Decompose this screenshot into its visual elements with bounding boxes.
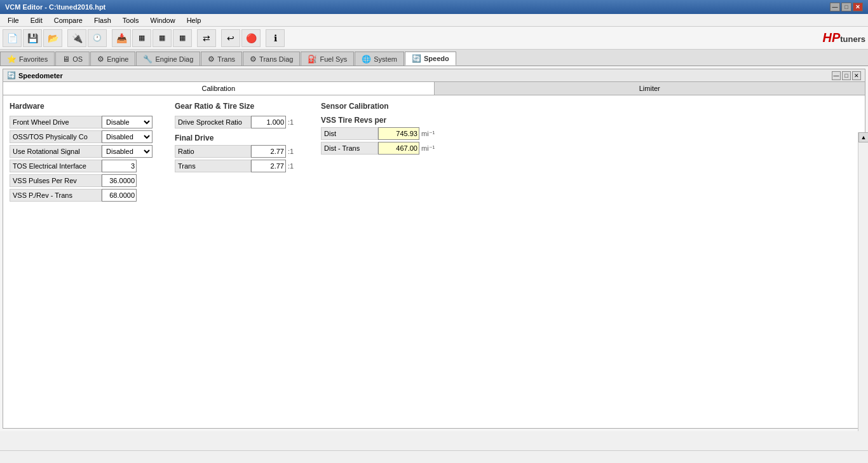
final-trans-label: Trans (175, 160, 251, 172)
tos-input[interactable] (102, 160, 137, 172)
speedo-title-controls: — □ ✕ (832, 71, 861, 80)
fuel-sys-icon: ⛽ (308, 55, 317, 64)
speedo-title-icon: 🔄 (7, 71, 16, 79)
speedo-icon: 🔄 (412, 54, 421, 63)
undo-button[interactable]: ↩ (221, 29, 240, 47)
oss-select[interactable]: Disabled Enabled (102, 130, 153, 143)
final-trans-row: Trans :1 (175, 160, 302, 172)
final-ratio-unit: :1 (288, 148, 294, 155)
rot-label: Use Rotational Signal (10, 145, 102, 158)
minimize-button[interactable]: — (830, 3, 840, 11)
fwd-label: Front Wheel Drive (10, 116, 102, 128)
menu-tools[interactable]: Tools (118, 15, 144, 25)
vss-revs-header: VSS Tire Revs per (321, 116, 448, 125)
trans-icon: ⚙ (208, 55, 215, 64)
plugin1-button[interactable]: 🔌 (67, 29, 86, 47)
menu-file[interactable]: File (3, 15, 24, 25)
import-button[interactable]: 📥 (112, 29, 131, 47)
vss-trans-input[interactable] (102, 189, 137, 202)
tab-favorites[interactable]: ⭐ Favorites (0, 52, 55, 66)
sensor-section: Sensor Calibration VSS Tire Revs per Dis… (321, 102, 448, 204)
drive-sprocket-row: Drive Sprocket Ratio :1 (175, 116, 302, 128)
sensor-calibration-header: Sensor Calibration (321, 102, 448, 111)
final-trans-unit: :1 (288, 162, 294, 170)
drive-sprocket-input[interactable] (251, 116, 286, 128)
rot-value: Disabled Enabled (102, 145, 153, 158)
final-ratio-label: Ratio (175, 145, 251, 158)
fwd-value: Disable Enable (102, 116, 153, 128)
hardware-section: Hardware Front Wheel Drive Disable Enabl… (10, 102, 156, 204)
trans-diag-icon: ⚙ (250, 55, 257, 64)
speedo-close-button[interactable]: ✕ (852, 71, 861, 80)
tab-trans-diag[interactable]: ⚙ Trans Diag (243, 52, 300, 66)
tab-fuel-sys[interactable]: ⛽ Fuel Sys (301, 52, 354, 66)
hw-row-fwd: Front Wheel Drive Disable Enable (10, 116, 156, 128)
hardware-header: Hardware (10, 102, 156, 111)
menu-flash[interactable]: Flash (89, 15, 116, 25)
sensor-dist-trans-value: 467.00 (378, 142, 419, 155)
final-ratio-input[interactable] (251, 145, 286, 158)
vss-trans-value (102, 189, 137, 202)
tab-bar: ⭐ Favorites 🖥 OS ⚙ Engine 🔧 Engine Diag … (0, 50, 868, 66)
sub-tab-bar: Calibration Limiter (3, 82, 865, 95)
vss-trans-label: VSS P./Rev - Trans (10, 189, 102, 202)
hw-row-rot: Use Rotational Signal Disabled Enabled (10, 145, 156, 158)
maximize-button[interactable]: □ (841, 3, 851, 11)
final-drive-header: Final Drive (175, 134, 302, 142)
info-button[interactable]: ℹ (266, 29, 285, 47)
speedo-restore-button[interactable]: □ (842, 71, 851, 80)
subtab-limiter[interactable]: Limiter (435, 82, 865, 95)
tab-engine[interactable]: ⚙ Engine (90, 52, 135, 66)
hw-row-tos: TOS Electrical Interface (10, 160, 156, 172)
calibration-content: Hardware Front Wheel Drive Disable Enabl… (3, 95, 865, 210)
speedo-minimize-button[interactable]: — (832, 71, 841, 80)
favorites-icon: ⭐ (7, 55, 17, 64)
sensor-dist-trans-unit: mi⁻¹ (421, 144, 435, 153)
tab-os[interactable]: 🖥 OS (55, 52, 90, 66)
save-button[interactable]: 💾 (23, 29, 42, 47)
menu-window[interactable]: Window (146, 15, 180, 25)
redo-button[interactable]: 🔴 (241, 29, 261, 47)
table3-button[interactable]: ▦ (173, 29, 192, 47)
hp-tuners-logo: HPtuners (822, 31, 865, 45)
scrollbar[interactable]: ▲ ▼ (858, 132, 868, 431)
new-button[interactable]: 📄 (3, 29, 22, 47)
vss-pulses-label: VSS Pulses Per Rev (10, 174, 102, 187)
hw-row-vss-trans: VSS P./Rev - Trans (10, 189, 156, 202)
speedo-panel-title: 🔄 Speedometer (7, 71, 63, 79)
sensor-dist-value: 745.93 (378, 127, 419, 140)
engine-diag-icon: 🔧 (143, 55, 153, 64)
menu-compare[interactable]: Compare (49, 15, 88, 25)
table2-button[interactable]: ▦ (153, 29, 172, 47)
vss-pulses-input[interactable] (102, 174, 137, 187)
speedo-panel: 🔄 Speedometer — □ ✕ Calibration Limiter … (3, 69, 865, 429)
scroll-up-button[interactable]: ▲ (858, 132, 868, 142)
tab-system[interactable]: 🌐 System (355, 52, 404, 66)
drive-sprocket-label: Drive Sprocket Ratio (175, 116, 251, 128)
menu-help[interactable]: Help (182, 15, 207, 25)
title-bar: VCM Editor - C:\tuned2016.hpt — □ ✕ (0, 0, 868, 14)
sensor-dist-label: Dist (321, 127, 378, 140)
close-button[interactable]: ✕ (853, 3, 863, 11)
compare-button[interactable]: ⇄ (197, 29, 216, 47)
gear-ratio-section: Gear Ratio & Tire Size Drive Sprocket Ra… (175, 102, 302, 204)
menu-edit[interactable]: Edit (25, 15, 48, 25)
open-button[interactable]: 📂 (43, 29, 62, 47)
fwd-select[interactable]: Disable Enable (102, 116, 153, 128)
final-trans-input[interactable] (251, 160, 286, 172)
hw-row-vss-pulses: VSS Pulses Per Rev (10, 174, 156, 187)
table1-button[interactable]: ▦ (132, 29, 151, 47)
plugin2-button[interactable]: 🕐 (88, 29, 107, 47)
sensor-dist-trans-label: Dist - Trans (321, 142, 378, 155)
tos-value (102, 160, 137, 172)
toolbar: 📄 💾 📂 🔌 🕐 📥 ▦ ▦ ▦ ⇄ ↩ 🔴 ℹ HPtuners (0, 27, 868, 50)
engine-icon: ⚙ (97, 55, 104, 64)
sensor-dist-unit: mi⁻¹ (421, 130, 435, 138)
tab-speedo[interactable]: 🔄 Speedo (405, 52, 456, 66)
tab-trans[interactable]: ⚙ Trans (201, 52, 242, 66)
main-content: 🔄 Speedometer — □ ✕ Calibration Limiter … (0, 66, 868, 431)
rot-select[interactable]: Disabled Enabled (102, 145, 153, 158)
subtab-calibration[interactable]: Calibration (3, 82, 435, 95)
tab-engine-diag[interactable]: 🔧 Engine Diag (136, 52, 200, 66)
hw-row-oss: OSS/TOS Physically Co Disabled Enabled (10, 130, 156, 143)
